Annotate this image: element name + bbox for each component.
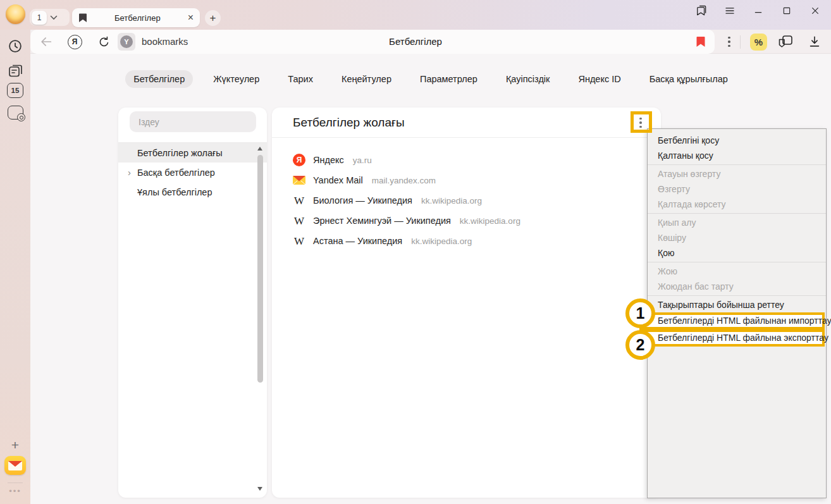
menu-item-add-folder[interactable]: Қалтаны қосу xyxy=(648,148,826,163)
browser-window: 1 Бетбелгілер × + xyxy=(0,0,831,504)
browser-tab[interactable]: Бетбелгілер × xyxy=(72,8,200,27)
page-title: Бетбелгілер жолағы xyxy=(293,116,405,130)
menu-item-export-html[interactable]: Бетбелгілерді HTML файлына экспорттау xyxy=(639,329,825,347)
tab-group-button[interactable]: 1 xyxy=(30,9,70,26)
chevron-right-icon[interactable]: › xyxy=(128,166,131,177)
menu-separator xyxy=(648,164,826,165)
nav-tab-other-devices[interactable]: Басқа құрылғылар xyxy=(641,70,736,88)
yandex-favicon: Я xyxy=(293,154,305,166)
bookmarks-panel: Бетбелгілер жолағы Я Яндекс ya.ru Yandex… xyxy=(272,108,661,498)
wikipedia-favicon: W xyxy=(294,195,304,206)
history-clock-icon[interactable] xyxy=(0,38,30,54)
bookmark-icon xyxy=(78,13,87,23)
maximize-button[interactable] xyxy=(780,4,794,18)
settings-nav: Бетбелгілер Жүктеулер Тарих Кеңейтулер П… xyxy=(30,70,831,88)
bookmark-row[interactable]: W Биология — Уикипедия kk.wikipedia.org xyxy=(293,190,640,211)
menu-separator xyxy=(648,213,826,214)
toolbar-divider xyxy=(740,35,741,49)
menu-item-edit: Өзгерту xyxy=(648,181,826,197)
nav-tab-history[interactable]: Тарих xyxy=(280,70,321,88)
folder-bookmarks-bar[interactable]: Бетбелгілер жолағы xyxy=(118,143,267,163)
tab-title: Бетбелгілер xyxy=(87,13,188,23)
folder-list: Бетбелгілер жолағы › Басқа бетбелгілер Ұ… xyxy=(118,143,267,202)
minimize-button[interactable] xyxy=(751,4,765,18)
annotation-kebab-highlight xyxy=(631,111,652,133)
nav-tab-bookmarks[interactable]: Бетбелгілер xyxy=(125,70,193,88)
scroll-down-icon[interactable] xyxy=(257,487,262,491)
bookmark-row[interactable]: W Астана — Уикипедия kk.wikipedia.org xyxy=(293,231,640,251)
bookmark-row[interactable]: Yandex Mail mail.yandex.com xyxy=(293,170,640,190)
panel-header: Бетбелгілер жолағы xyxy=(272,108,661,138)
chevron-down-icon xyxy=(50,15,58,20)
download-icon[interactable] xyxy=(806,33,823,51)
rail-divider xyxy=(8,482,23,483)
bookmark-row[interactable]: Я Яндекс ya.ru xyxy=(293,150,640,170)
menu-item-delete: Жою xyxy=(648,264,826,279)
folder-other-bookmarks[interactable]: › Басқа бетбелгілер xyxy=(118,163,267,182)
calendar-icon[interactable]: 15 xyxy=(0,83,30,98)
collections-icon[interactable] xyxy=(777,33,794,51)
bookmark-row[interactable]: W Эрнест Хемингуэй — Уикипедия kk.wikipe… xyxy=(293,211,640,231)
menu-separator xyxy=(648,262,826,262)
nav-tab-extensions[interactable]: Кеңейтулер xyxy=(333,70,400,88)
bookmark-list: Я Яндекс ya.ru Yandex Mail mail.yandex.c… xyxy=(272,138,661,251)
scrollbar-thumb[interactable] xyxy=(257,155,263,383)
menu-separator xyxy=(648,295,826,296)
nav-tab-yandex-id[interactable]: Яндекс ID xyxy=(570,70,629,88)
left-rail: 15 + ••• xyxy=(0,30,30,504)
bookmark-flag-icon[interactable] xyxy=(692,33,709,51)
nav-tab-downloads[interactable]: Жүктеулер xyxy=(205,70,268,88)
profile-avatar[interactable] xyxy=(6,4,25,24)
menu-item-import-html[interactable]: Бетбелгілерді HTML файлынан импорттау xyxy=(639,312,825,329)
sidebar-scrollbar[interactable] xyxy=(256,144,264,493)
toolbar-kebab-icon[interactable] xyxy=(721,33,737,51)
bookmarks-panel-icon[interactable] xyxy=(694,4,708,18)
percent-badge-icon[interactable]: % xyxy=(750,34,767,51)
tab-counter: 1 xyxy=(32,11,47,25)
annotation-badge-1: 1 xyxy=(625,298,655,328)
menu-item-undo-delete: Жоюдан бас тарту xyxy=(648,279,826,294)
wikipedia-favicon: W xyxy=(294,216,304,226)
titlebar: 1 Бетбелгілер × + xyxy=(0,0,831,30)
menu-item-paste[interactable]: Қою xyxy=(648,245,826,261)
scroll-up-icon[interactable] xyxy=(257,147,262,151)
close-window-button[interactable] xyxy=(808,4,822,18)
folders-sidebar: Бетбелгілер жолағы › Басқа бетбелгілер Ұ… xyxy=(118,108,267,498)
menu-item-add-bookmark[interactable]: Бетбелгіні қосу xyxy=(648,133,826,148)
menu-item-copy: Көшіру xyxy=(648,230,826,245)
menu-hamburger-icon[interactable] xyxy=(723,4,737,18)
menu-item-show-in-folder: Қалтада көрсету xyxy=(648,197,826,212)
folder-mobile-bookmarks[interactable]: Ұялы бетбелгілер xyxy=(118,182,267,202)
yandex-mail-icon[interactable] xyxy=(0,456,30,475)
menu-item-rename: Атауын өзгерту xyxy=(648,166,826,181)
nav-tab-settings[interactable]: Параметрлер xyxy=(412,70,486,88)
menu-item-sort-by-title[interactable]: Тақырыптары бойынша реттеу xyxy=(648,297,826,312)
new-tab-button[interactable]: + xyxy=(205,10,221,26)
menu-item-cut: Қиып алу xyxy=(648,215,826,230)
search-input[interactable] xyxy=(130,111,256,132)
wikipedia-favicon: W xyxy=(294,236,304,247)
rail-more-icon[interactable]: ••• xyxy=(0,486,30,496)
calendar-day: 15 xyxy=(7,83,23,98)
nav-tab-security[interactable]: Қауіпсіздік xyxy=(498,70,558,88)
feed-notes-icon[interactable] xyxy=(0,63,30,79)
mail-favicon xyxy=(293,174,305,187)
screenshot-camera-icon[interactable] xyxy=(0,106,30,120)
tab-close-icon[interactable]: × xyxy=(188,13,194,23)
annotation-badge-2: 2 xyxy=(625,330,655,360)
context-menu: Бетбелгіні қосу Қалтаны қосу Атауын өзге… xyxy=(647,128,827,498)
rail-add-button[interactable]: + xyxy=(0,438,30,453)
